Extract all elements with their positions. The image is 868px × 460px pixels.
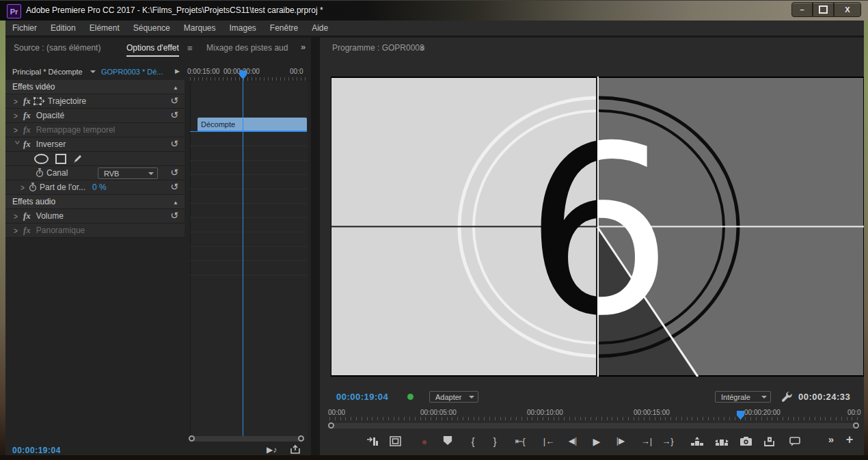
collapse-icon[interactable]: ▲ [173, 200, 178, 206]
clip-bar-label: Décompte [201, 120, 235, 128]
menu-element[interactable]: Elément [83, 23, 126, 33]
clip-bar[interactable]: Décompte [198, 118, 307, 131]
tab-source[interactable]: Source : (sans élément) [14, 43, 100, 53]
effects-video-header[interactable]: Effets vidéo ▲ [5, 80, 185, 94]
zoom-select[interactable]: Intégrale [715, 391, 771, 403]
ellipse-mask-icon[interactable] [34, 154, 49, 164]
button-editor-icon[interactable]: + [846, 433, 854, 447]
mini-playhead-line[interactable] [243, 79, 243, 437]
chevron-down-icon[interactable] [90, 70, 96, 73]
effect-row-remappage[interactable]: > fx Remappage temporel [5, 123, 185, 137]
record-icon[interactable]: ● [422, 436, 427, 447]
go-to-in-icon[interactable]: ⇤{ [515, 436, 525, 446]
expand-icon[interactable]: > [14, 96, 22, 106]
panel-menu-icon[interactable]: ≡ [187, 43, 193, 53]
menu-fichier[interactable]: Fichier [5, 23, 44, 33]
transport-bar: ● { } ⇤{ |← ◀| ▶ |▶ →| →} » + [320, 431, 864, 455]
reset-property-icon[interactable]: ↺ [170, 167, 178, 178]
scrollbar-handle-left[interactable] [189, 435, 195, 442]
expand-icon[interactable]: > [14, 111, 22, 120]
expand-icon[interactable]: > [14, 226, 22, 235]
effect-row-volume[interactable]: > fx Volume ↺ [5, 209, 185, 224]
property-label: Part de l'or... [40, 182, 85, 192]
comparison-view-icon[interactable] [789, 437, 800, 446]
go-to-previous-edit-icon[interactable]: |← [543, 436, 554, 446]
play-audio-icon[interactable]: ▶♪ [267, 445, 277, 455]
extract-icon[interactable] [715, 437, 729, 446]
fit-select[interactable]: Adapter [429, 391, 478, 403]
insert-icon[interactable] [366, 437, 379, 446]
collapse-row-icon[interactable]: > [13, 140, 23, 148]
menu-sequence[interactable]: Séquence [126, 23, 177, 33]
effect-timeline-row-separators [190, 118, 307, 275]
tab-options-effet[interactable]: Options d'effet [126, 43, 179, 57]
stopwatch-icon[interactable] [36, 168, 44, 178]
effect-row-trajectoire[interactable]: > fx Trajectoire ↺ [5, 94, 185, 109]
close-button[interactable]: X [834, 2, 861, 17]
pen-mask-icon[interactable] [73, 154, 83, 163]
play-toggle-icon[interactable]: ▶ [175, 68, 180, 75]
canal-select[interactable]: RVB [98, 167, 158, 179]
scrollbar-handle-right[interactable] [853, 422, 859, 429]
program-ruler-ticks[interactable] [329, 417, 861, 420]
menu-edition[interactable]: Edition [44, 23, 83, 33]
step-forward-icon[interactable]: |▶ [616, 436, 625, 446]
rect-mask-icon[interactable] [55, 154, 66, 164]
scrollbar-handle-right[interactable] [298, 435, 304, 442]
property-value[interactable]: 0 % [92, 182, 107, 192]
safe-margins-icon[interactable] [390, 436, 401, 446]
effect-row-inverser[interactable]: > fx Inverser ↺ [5, 137, 185, 152]
sequence-clip-label[interactable]: GOPR0003 * Dé... [101, 68, 163, 76]
maximize-button[interactable] [813, 2, 834, 17]
master-clip-label[interactable]: Principal * Décompte [12, 68, 83, 76]
mark-out-icon[interactable]: } [493, 436, 497, 447]
menu-aide[interactable]: Aide [305, 23, 335, 33]
scrollbar-handle-left[interactable] [328, 422, 334, 429]
program-scrollbar[interactable] [331, 423, 858, 429]
more-buttons-icon[interactable]: » [828, 433, 834, 445]
tab-mixage-pistes[interactable]: Mixage des pistes aud [206, 43, 288, 53]
menu-fenetre[interactable]: Fenêtre [263, 23, 305, 33]
mini-ruler-label: 0:00:15:00 [187, 68, 219, 75]
menu-marques[interactable]: Marques [177, 23, 223, 33]
program-video-frame: 6 6 [331, 77, 864, 377]
reset-property-icon[interactable]: ↺ [170, 181, 178, 192]
reset-effect-icon[interactable]: ↺ [170, 210, 178, 221]
stopwatch-icon[interactable] [29, 182, 37, 192]
reset-effect-icon[interactable]: ↺ [170, 138, 178, 149]
effect-panel-timecode[interactable]: 00:00:19:04 [12, 446, 61, 455]
more-tabs-icon[interactable]: » [301, 42, 306, 52]
effect-row-panoramique[interactable]: > fx Panoramique [5, 224, 185, 238]
export-icon[interactable] [290, 444, 301, 455]
title-bar[interactable]: Pr Adobe Premiere Pro CC 2017 - K:\Films… [0, 0, 868, 21]
lift-icon[interactable] [691, 437, 703, 446]
effect-timeline-scrollbar[interactable] [193, 436, 304, 442]
export-icon[interactable] [763, 436, 775, 447]
menu-images[interactable]: Images [222, 23, 262, 33]
ruler-label: 00:00:10:00 [527, 409, 563, 416]
mini-ruler-ticks[interactable] [190, 77, 307, 81]
reset-effect-icon[interactable]: ↺ [170, 109, 178, 120]
expand-icon[interactable]: > [14, 125, 22, 135]
collapse-icon[interactable]: ▲ [173, 85, 178, 91]
export-frame-icon[interactable] [740, 437, 752, 446]
tab-programme[interactable]: Programme : GOPR0003 [332, 43, 424, 53]
ruler-label: 00:00:20:00 [744, 409, 781, 416]
mark-in-icon[interactable]: { [472, 436, 475, 447]
wrench-icon[interactable] [781, 390, 793, 403]
go-to-out-icon[interactable]: →} [662, 436, 673, 446]
minimize-button[interactable]: – [791, 2, 813, 17]
play-icon[interactable]: ▶ [593, 436, 601, 447]
fx-badge: fx [23, 124, 31, 135]
expand-icon[interactable]: > [21, 182, 29, 192]
property-label: Canal [46, 168, 68, 178]
effect-row-opacite[interactable]: > fx Opacité ↺ [5, 109, 185, 123]
reset-effect-icon[interactable]: ↺ [170, 95, 178, 106]
effects-audio-header[interactable]: Effets audio ▲ [5, 195, 185, 209]
panel-menu-icon[interactable]: ≡ [420, 43, 425, 53]
program-timecode[interactable]: 00:00:19:04 [336, 392, 388, 402]
step-back-icon[interactable]: ◀| [569, 436, 577, 446]
add-marker-icon[interactable] [444, 436, 452, 447]
go-to-next-edit-icon[interactable]: →| [641, 436, 652, 446]
expand-icon[interactable]: > [14, 211, 22, 221]
